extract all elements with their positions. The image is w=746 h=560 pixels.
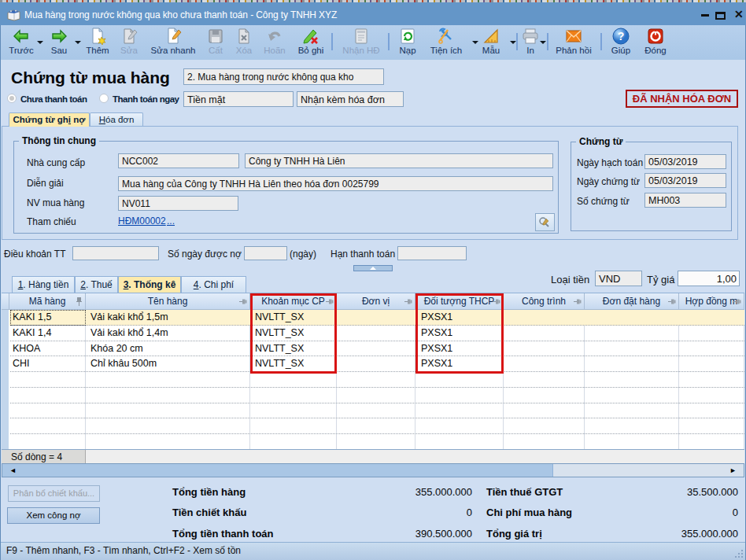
svg-text:?: ?: [618, 30, 625, 42]
